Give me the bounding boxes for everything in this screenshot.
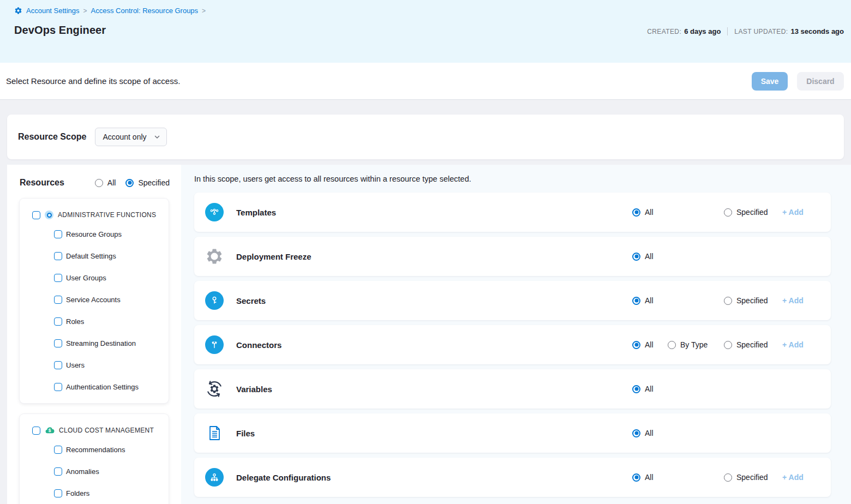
resource-row: Delegate Configurations AllSpecified+ Ad… [194,458,831,497]
option-specified-radio[interactable] [724,473,732,482]
option-all-radio[interactable] [632,473,640,482]
option-specified[interactable]: Specified [724,340,768,349]
add-button[interactable]: + Add [782,473,804,482]
cloud-cost-icon: $ [45,425,55,435]
resource-row-label: Variables [236,385,272,394]
row-icon-host [205,291,224,310]
option-by-type-radio[interactable] [668,341,676,349]
checkbox-item-label: Default Settings [66,252,116,260]
resource-scope-select[interactable]: Account only [95,128,167,146]
item-checkbox[interactable] [54,252,62,260]
resource-types-pane: In this scope, users get access to all r… [181,165,851,504]
resource-row-label: Connectors [236,340,281,350]
breadcrumb-separator: > [202,7,206,15]
resource-group-card: $ CLOUD COST MANAGEMENT Recommendations … [20,414,169,504]
option-all-radio[interactable] [632,297,640,305]
option-specified-label: Specified [736,208,768,217]
page-title: DevOps Engineer [14,24,106,37]
delegate-configurations-icon [205,468,224,487]
option-all-radio[interactable] [632,208,640,217]
checkbox-item-label: Service Accounts [66,296,121,304]
add-button[interactable]: + Add [782,296,804,305]
admin-functions-icon [45,211,53,219]
resource-scope-label: Resource Scope [18,132,86,142]
row-icon-host [205,468,224,487]
item-checkbox[interactable] [54,467,62,476]
discard-button[interactable]: Discard [797,72,844,91]
checkbox-list-item[interactable]: Users [20,354,169,376]
option-all[interactable]: All [632,340,654,349]
save-button[interactable]: Save [752,72,788,91]
group-icon-host: $ [45,425,55,435]
item-checkbox[interactable] [54,446,62,454]
item-checkbox[interactable] [54,361,62,369]
item-checkbox[interactable] [54,317,62,326]
checkbox-list-item[interactable]: Service Accounts [20,289,169,310]
resource-row-label: Secrets [236,296,266,305]
item-checkbox[interactable] [54,339,62,347]
add-button[interactable]: + Add [782,208,804,217]
option-specified[interactable]: Specified [724,473,768,482]
option-all[interactable]: All [632,429,654,437]
checkbox-item-label: Users [66,361,85,369]
option-all[interactable]: All [632,296,654,305]
checkbox-list-item[interactable]: Roles [20,310,169,332]
option-specified-radio[interactable] [724,341,732,349]
resources-all-radio[interactable] [95,179,103,187]
checkbox-list-item[interactable]: User Groups [20,267,169,289]
option-all-label: All [645,208,654,217]
checkbox-item-label: User Groups [66,274,106,282]
option-specified-radio[interactable] [724,297,732,305]
templates-icon [205,203,224,221]
option-specified[interactable]: Specified [724,296,768,305]
group-checkbox[interactable] [32,427,40,435]
option-all[interactable]: All [632,208,654,217]
checkbox-list-item[interactable]: Streaming Destination [20,332,169,354]
item-checkbox[interactable] [54,274,62,282]
meta-divider [727,27,728,35]
resources-sidebar: Resources All Specified ADMINISTRATIVE F… [7,165,181,504]
breadcrumb-resource-groups[interactable]: Access Control: Resource Groups [91,7,199,15]
item-checkbox[interactable] [54,230,62,238]
checkbox-item-label: Authentication Settings [66,383,139,391]
option-all-radio[interactable] [632,341,640,349]
resources-all-option[interactable]: All [95,178,116,187]
checkbox-list-item[interactable]: Folders [20,482,169,504]
resources-specified-radio[interactable] [125,179,134,187]
option-all-radio[interactable] [632,385,640,393]
add-button[interactable]: + Add [782,340,804,349]
breadcrumb: Account Settings > Access Control: Resou… [14,7,844,15]
group-icon-host [45,211,53,219]
row-icon-host [205,379,224,399]
option-all[interactable]: All [632,385,654,393]
group-items: Recommendations Anomalies Folders [20,439,169,504]
resource-row-label: Delegate Configurations [236,473,331,482]
option-specified[interactable]: Specified [724,208,768,217]
item-checkbox[interactable] [54,383,62,391]
scope-description: In this scope, users get access to all r… [194,175,851,183]
item-checkbox[interactable] [54,489,62,497]
option-all[interactable]: All [632,252,654,261]
group-checkbox[interactable] [32,211,40,219]
checkbox-list-item[interactable]: Authentication Settings [20,376,169,398]
breadcrumb-account-settings[interactable]: Account Settings [26,7,80,15]
option-all[interactable]: All [632,473,654,482]
checkbox-list-item[interactable]: Resource Groups [20,223,169,245]
resource-rows: Templates AllSpecified+ Add Deployment F… [194,193,851,497]
resource-group-card: ADMINISTRATIVE FUNCTIONS Resource Groups… [20,199,169,403]
group-items: Resource Groups Default Settings User Gr… [20,223,169,398]
option-all-radio[interactable] [632,429,640,437]
option-specified-radio[interactable] [724,208,732,217]
checkbox-list-item[interactable]: Default Settings [20,245,169,267]
checkbox-list-item[interactable]: Anomalies [20,460,169,482]
option-all-radio[interactable] [632,253,640,261]
resources-specified-option[interactable]: Specified [125,178,170,187]
option-by-type[interactable]: By Type [668,340,708,349]
checkbox-item-label: Recommendations [66,446,125,454]
item-checkbox[interactable] [54,296,62,304]
header-meta: CREATED: 6 days ago LAST UPDATED: 13 sec… [647,27,844,37]
group-label: CLOUD COST MANAGEMENT [59,427,154,434]
option-all-label: All [645,296,654,305]
option-specified-label: Specified [736,473,768,482]
checkbox-list-item[interactable]: Recommendations [20,439,169,460]
